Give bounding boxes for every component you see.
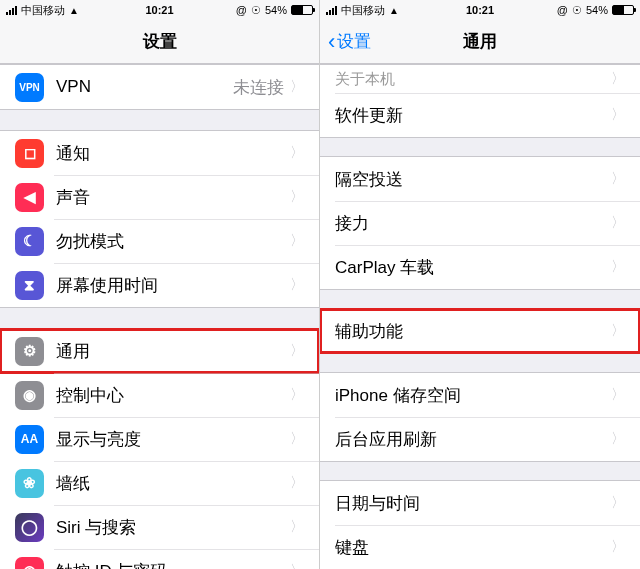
chevron-right-icon: 〉 — [611, 106, 625, 124]
sounds-icon: ◀ — [15, 183, 44, 212]
row-control-center[interactable]: ◉ 控制中心 〉 — [0, 373, 319, 417]
row-accessibility[interactable]: 辅助功能 〉 — [320, 309, 640, 353]
chevron-right-icon: 〉 — [290, 232, 304, 250]
status-bar: 中国移动 ▲ 10:21 @ ☉ 54% — [0, 0, 319, 20]
chevron-right-icon: 〉 — [611, 322, 625, 340]
carrier-label: 中国移动 — [341, 3, 385, 18]
row-dnd[interactable]: ☾ 勿扰模式 〉 — [0, 219, 319, 263]
software-update-label: 软件更新 — [335, 104, 611, 127]
airdrop-label: 隔空投送 — [335, 168, 611, 191]
row-background-refresh[interactable]: 后台应用刷新 〉 — [320, 417, 640, 461]
dnd-icon: ☾ — [15, 227, 44, 256]
row-vpn[interactable]: VPN VPN 未连接 〉 — [0, 65, 319, 109]
chevron-right-icon: 〉 — [290, 430, 304, 448]
row-about-cut[interactable]: 关于本机 〉 — [320, 65, 640, 93]
battery-icon — [612, 5, 634, 15]
chevron-right-icon: 〉 — [611, 386, 625, 404]
chevron-right-icon: 〉 — [611, 170, 625, 188]
carrier-label: 中国移动 — [21, 3, 65, 18]
lock-icon: @ — [557, 4, 568, 16]
alarm-icon: ☉ — [572, 4, 582, 17]
screentime-icon: ⧗ — [15, 271, 44, 300]
control-center-icon: ◉ — [15, 381, 44, 410]
screentime-label: 屏幕使用时间 — [56, 274, 290, 297]
signal-icon — [326, 6, 337, 15]
alarm-icon: ☉ — [251, 4, 261, 17]
wallpaper-icon: ❀ — [15, 469, 44, 498]
signal-icon — [6, 6, 17, 15]
nav-back-button[interactable]: ‹ 设置 — [328, 29, 371, 55]
status-time: 10:21 — [145, 4, 173, 16]
row-sounds[interactable]: ◀ 声音 〉 — [0, 175, 319, 219]
vpn-label: VPN — [56, 77, 233, 97]
touchid-icon: ◉ — [15, 557, 44, 570]
row-touchid[interactable]: ◉ 触控 ID 与密码 〉 — [0, 549, 319, 569]
wifi-icon: ▲ — [389, 5, 399, 16]
chevron-right-icon: 〉 — [611, 494, 625, 512]
chevron-right-icon: 〉 — [290, 518, 304, 536]
chevron-left-icon: ‹ — [328, 29, 335, 55]
handoff-label: 接力 — [335, 212, 611, 235]
chevron-right-icon: 〉 — [290, 386, 304, 404]
chevron-right-icon: 〉 — [290, 78, 304, 96]
status-time: 10:21 — [466, 4, 494, 16]
datetime-label: 日期与时间 — [335, 492, 611, 515]
touchid-label: 触控 ID 与密码 — [56, 560, 290, 570]
background-refresh-label: 后台应用刷新 — [335, 428, 611, 451]
chevron-right-icon: 〉 — [611, 214, 625, 232]
sounds-label: 声音 — [56, 186, 290, 209]
chevron-right-icon: 〉 — [611, 70, 625, 88]
settings-screen: 中国移动 ▲ 10:21 @ ☉ 54% 设置 VPN VPN 未连接 〉 — [0, 0, 320, 569]
chevron-right-icon: 〉 — [611, 258, 625, 276]
nav-title: 设置 — [143, 30, 177, 53]
nav-back-label: 设置 — [337, 30, 371, 53]
row-display[interactable]: AA 显示与亮度 〉 — [0, 417, 319, 461]
display-icon: AA — [15, 425, 44, 454]
general-icon: ⚙ — [15, 337, 44, 366]
storage-label: iPhone 储存空间 — [335, 384, 611, 407]
battery-pct: 54% — [586, 4, 608, 16]
row-carplay[interactable]: CarPlay 车载 〉 — [320, 245, 640, 289]
vpn-status: 未连接 — [233, 76, 284, 99]
row-siri[interactable]: ◯ Siri 与搜索 〉 — [0, 505, 319, 549]
general-label: 通用 — [56, 340, 290, 363]
general-screen: 中国移动 ▲ 10:21 @ ☉ 54% ‹ 设置 通用 关于本机 〉 — [320, 0, 640, 569]
row-datetime[interactable]: 日期与时间 〉 — [320, 481, 640, 525]
row-keyboard[interactable]: 键盘 〉 — [320, 525, 640, 569]
accessibility-label: 辅助功能 — [335, 320, 611, 343]
row-airdrop[interactable]: 隔空投送 〉 — [320, 157, 640, 201]
keyboard-label: 键盘 — [335, 536, 611, 559]
battery-pct: 54% — [265, 4, 287, 16]
vpn-icon: VPN — [15, 73, 44, 102]
chevron-right-icon: 〉 — [290, 474, 304, 492]
nav-bar: 设置 — [0, 20, 319, 64]
display-label: 显示与亮度 — [56, 428, 290, 451]
chevron-right-icon: 〉 — [611, 538, 625, 556]
chevron-right-icon: 〉 — [290, 188, 304, 206]
row-storage[interactable]: iPhone 储存空间 〉 — [320, 373, 640, 417]
battery-icon — [291, 5, 313, 15]
chevron-right-icon: 〉 — [611, 430, 625, 448]
wifi-icon: ▲ — [69, 5, 79, 16]
dnd-label: 勿扰模式 — [56, 230, 290, 253]
chevron-right-icon: 〉 — [290, 342, 304, 360]
chevron-right-icon: 〉 — [290, 144, 304, 162]
row-screentime[interactable]: ⧗ 屏幕使用时间 〉 — [0, 263, 319, 307]
notifications-label: 通知 — [56, 142, 290, 165]
status-bar: 中国移动 ▲ 10:21 @ ☉ 54% — [320, 0, 640, 20]
siri-icon: ◯ — [15, 513, 44, 542]
notifications-icon: ◻ — [15, 139, 44, 168]
carplay-label: CarPlay 车载 — [335, 256, 611, 279]
nav-bar: ‹ 设置 通用 — [320, 20, 640, 64]
row-general[interactable]: ⚙ 通用 〉 — [0, 329, 319, 373]
nav-title: 通用 — [463, 30, 497, 53]
row-handoff[interactable]: 接力 〉 — [320, 201, 640, 245]
lock-icon: @ — [236, 4, 247, 16]
row-software-update[interactable]: 软件更新 〉 — [320, 93, 640, 137]
chevron-right-icon: 〉 — [290, 562, 304, 569]
siri-label: Siri 与搜索 — [56, 516, 290, 539]
row-wallpaper[interactable]: ❀ 墙纸 〉 — [0, 461, 319, 505]
control-center-label: 控制中心 — [56, 384, 290, 407]
row-notifications[interactable]: ◻ 通知 〉 — [0, 131, 319, 175]
chevron-right-icon: 〉 — [290, 276, 304, 294]
